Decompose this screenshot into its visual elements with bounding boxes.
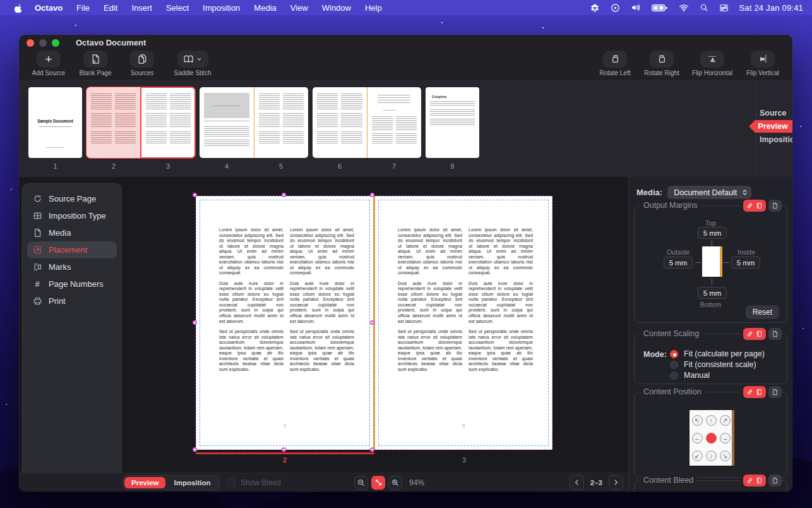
flip-horizontal-button[interactable]: Flip Horizontal — [688, 51, 737, 76]
scope-page-button[interactable] — [768, 328, 782, 340]
scope-linked-book-button[interactable] — [743, 328, 766, 340]
inside-margin-label: Inside — [731, 248, 762, 256]
position-top-right-button[interactable]: ↗ — [720, 415, 731, 426]
thumbnail-spread-6-7[interactable]: 6 7 — [313, 87, 421, 170]
menu-file[interactable]: File — [69, 3, 97, 13]
scope-linked-book-button[interactable] — [743, 475, 766, 487]
sidebar-item-media[interactable]: Media — [27, 224, 117, 241]
resize-handle[interactable] — [370, 447, 374, 452]
close-button[interactable] — [27, 39, 34, 47]
thumbnail-spread-4-5[interactable]: 4 5 — [200, 87, 308, 170]
sidebar-item-page-numbers[interactable]: # Page Numbers — [27, 275, 117, 293]
imposition-mode-button[interactable]: Imposition — [167, 477, 217, 488]
wifi-icon[interactable] — [679, 3, 689, 13]
thumbnail-page-1[interactable]: Sample Document 1 — [28, 87, 82, 170]
thumbnail-page-7[interactable] — [367, 87, 422, 158]
flip-vertical-button[interactable]: Flip Vertical — [742, 51, 784, 76]
preview-mode-button[interactable]: Preview — [124, 477, 165, 488]
position-bottom-left-button[interactable]: ↙ — [692, 451, 703, 461]
bottom-margin-input[interactable] — [698, 287, 727, 299]
radio-fit-consistent[interactable] — [670, 361, 678, 369]
preview-page-3[interactable]: Lorem ipsum dolor sit amet, consectetur … — [374, 196, 552, 450]
menu-bar-clock[interactable]: Sat 24 Jan 09:41 — [739, 3, 804, 13]
thumbnail-page-8[interactable]: Colophon 8 — [426, 87, 479, 170]
minimize-button[interactable] — [39, 39, 47, 47]
apple-menu[interactable] — [9, 3, 28, 13]
resize-handle[interactable] — [282, 447, 286, 452]
preview-page-2[interactable]: Lorem ipsum dolor sit amet, consectetur … — [196, 196, 374, 450]
menu-app-name[interactable]: Octavo — [28, 3, 69, 13]
menu-media[interactable]: Media — [247, 3, 283, 13]
volume-icon[interactable] — [631, 3, 641, 13]
thumbnail-page-6[interactable] — [313, 87, 367, 158]
tab-preview[interactable]: Preview — [749, 120, 792, 133]
previous-spread-button[interactable] — [570, 475, 584, 490]
menu-help[interactable]: Help — [358, 3, 389, 13]
zoom-window-button[interactable] — [52, 39, 59, 47]
thumbnail-page-2[interactable] — [87, 87, 140, 158]
position-top-left-button[interactable]: ↖ — [692, 415, 703, 426]
scope-linked-book-button[interactable] — [743, 200, 766, 212]
reset-margins-button[interactable]: Reset — [746, 305, 779, 319]
sidebar-item-imposition-type[interactable]: Imposition Type — [27, 207, 117, 224]
thumbnail-page-5[interactable] — [254, 87, 309, 158]
menu-insert[interactable]: Insert — [124, 3, 159, 13]
thumbnail-page-3[interactable] — [141, 87, 195, 158]
page-label-2: 2 — [196, 456, 374, 464]
blank-page-button[interactable]: Blank Page — [75, 51, 116, 76]
show-bleed-checkbox[interactable] — [227, 478, 236, 487]
selected-page-underline — [196, 452, 374, 454]
tab-imposition[interactable]: Imposition — [756, 135, 792, 144]
position-bottom-right-button[interactable]: ↘ — [720, 451, 731, 461]
rotate-right-button[interactable]: Rotate Right — [641, 51, 683, 76]
position-bottom-button[interactable]: ↓ — [706, 451, 717, 461]
control-center-icon[interactable] — [719, 3, 729, 13]
scope-linked-book-button[interactable] — [743, 386, 766, 398]
tab-source[interactable]: Source — [756, 109, 792, 118]
scope-page-button[interactable] — [768, 200, 782, 212]
scope-page-button[interactable] — [768, 386, 782, 398]
dropbox-icon[interactable] — [590, 3, 600, 13]
add-source-button[interactable]: + Add Source — [28, 51, 69, 76]
inside-margin-input[interactable] — [731, 257, 760, 269]
sidebar-item-print[interactable]: Print — [27, 293, 117, 310]
spotlight-search-icon[interactable] — [700, 3, 708, 12]
radio-fit-per-page[interactable] — [670, 350, 678, 358]
next-spread-button[interactable] — [609, 475, 623, 490]
thumbnail-spread-2-3[interactable]: 2 3 — [87, 87, 195, 170]
thumbnail-strip: Sample Document 1 — [19, 80, 792, 177]
sidebar-item-source-page[interactable]: Source Page — [27, 190, 117, 207]
resize-handle[interactable] — [193, 447, 197, 452]
resize-handle[interactable] — [370, 320, 374, 325]
menu-edit[interactable]: Edit — [97, 3, 124, 13]
position-left-button[interactable]: ← — [692, 433, 703, 444]
position-top-button[interactable]: ↑ — [706, 415, 717, 426]
thumbnail-page-4[interactable] — [200, 87, 254, 158]
resize-handle[interactable] — [370, 193, 374, 197]
media-dropdown[interactable]: Document Default — [667, 186, 751, 199]
sidebar-item-placement[interactable]: Placement — [27, 241, 117, 258]
menu-imposition[interactable]: Imposition — [196, 3, 247, 13]
zoom-in-button[interactable] — [388, 476, 402, 490]
zoom-out-button[interactable] — [354, 476, 368, 490]
top-margin-input[interactable] — [698, 227, 727, 239]
position-center-button[interactable] — [706, 433, 717, 444]
saddle-stitch-button[interactable]: Saddle Stitch — [168, 51, 217, 76]
battery-icon[interactable] — [652, 4, 668, 12]
zoom-fit-button[interactable] — [371, 476, 385, 490]
sidebar-item-marks[interactable]: Marks — [27, 258, 117, 275]
selected-spread[interactable] — [87, 87, 195, 158]
menu-select[interactable]: Select — [159, 3, 196, 13]
scope-page-button[interactable] — [768, 475, 782, 487]
resize-handle[interactable] — [193, 320, 197, 325]
rotate-left-button[interactable]: Rotate Left — [594, 51, 636, 76]
position-right-button[interactable]: → — [720, 433, 731, 444]
menu-window[interactable]: Window — [315, 3, 358, 13]
play-circle-icon[interactable] — [611, 3, 620, 13]
radio-manual[interactable] — [670, 372, 678, 380]
outside-margin-input[interactable] — [664, 257, 693, 269]
resize-handle[interactable] — [282, 193, 286, 197]
sources-button[interactable]: Sources — [121, 51, 163, 76]
resize-handle[interactable] — [193, 193, 197, 197]
menu-view[interactable]: View — [284, 3, 315, 13]
